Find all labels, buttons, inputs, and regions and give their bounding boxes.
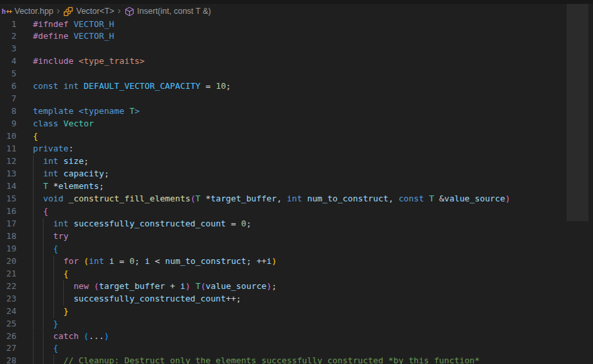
code-line: 22 new (target_buffer + i) T(value_sourc…	[0, 280, 593, 293]
line-number: 27	[0, 342, 16, 355]
code-text: #ifndef VECTOR_H	[33, 18, 114, 31]
code-line: 17 int successfully_constructed_count = …	[0, 218, 593, 230]
code-line: 1#ifndef VECTOR_H	[0, 18, 593, 31]
code-line: 10{	[0, 130, 593, 143]
line-number: 18	[0, 230, 16, 243]
vertical-scrollbar-thumb[interactable]	[567, 4, 588, 221]
code-line: 3	[0, 43, 593, 55]
code-line: 12 int size;	[0, 155, 593, 168]
line-number: 6	[0, 80, 16, 93]
line-number: 21	[0, 268, 16, 280]
code-text: {	[33, 205, 48, 218]
breadcrumb: h++ Vector.hpp › Vector<T> › Insert	[0, 4, 593, 18]
editor-content[interactable]: 1#ifndef VECTOR_H2#define VECTOR_H34#inc…	[0, 18, 593, 364]
symbol-class-icon	[63, 6, 74, 16]
breadcrumb-file-label: Vector.hpp	[14, 7, 53, 16]
code-text: class Vector	[33, 118, 94, 130]
code-line: 2#define VECTOR_H	[0, 30, 593, 43]
line-number: 4	[0, 55, 16, 68]
code-line: 27 {	[0, 342, 593, 355]
code-line: 11private:	[0, 143, 593, 155]
code-text: try	[33, 230, 69, 243]
code-line: 21 {	[0, 268, 593, 280]
code-line: 24 }	[0, 305, 593, 318]
code-line: 6const int DEFAULT_VECTOR_CAPACITY = 10;	[0, 80, 593, 93]
code-line: 19 {	[0, 243, 593, 255]
line-number: 28	[0, 355, 16, 364]
line-number: 26	[0, 330, 16, 343]
code-line: 4#include <type_traits>	[0, 55, 593, 68]
line-number: 11	[0, 143, 16, 155]
hpp-file-icon: h++	[1, 6, 12, 16]
code-line: 5	[0, 68, 593, 80]
breadcrumb-separator: ›	[57, 6, 60, 16]
line-number: 16	[0, 205, 16, 218]
line-number: 19	[0, 243, 16, 255]
code-text: {	[33, 342, 59, 355]
code-line: 13 int capacity;	[0, 168, 593, 180]
code-text: const int DEFAULT_VECTOR_CAPACITY = 10;	[33, 80, 231, 93]
line-number: 12	[0, 155, 16, 168]
breadcrumb-separator: ›	[117, 6, 121, 16]
code-text: {	[33, 130, 38, 143]
code-text: template <typename T>	[33, 105, 140, 118]
code-text: for (int i = 0; i < num_to_construct; ++…	[33, 255, 277, 268]
code-line: 8template <typename T>	[0, 105, 593, 118]
breadcrumb-item-method[interactable]: Insert(int, const T &)	[124, 6, 211, 16]
line-number: 15	[0, 193, 16, 205]
line-number: 22	[0, 280, 16, 293]
code-text: catch (...)	[33, 330, 109, 343]
line-number: 10	[0, 130, 16, 143]
vscode-editor-window: h++ Vector.hpp › Vector<T> › Insert	[0, 0, 593, 364]
line-number: 5	[0, 68, 16, 80]
line-number: 25	[0, 318, 16, 330]
code-line: 7	[0, 93, 593, 105]
code-text: private:	[33, 143, 74, 155]
line-number: 14	[0, 180, 16, 193]
code-text: void _construct_fill_elements(T *target_…	[33, 193, 510, 205]
code-text: }	[33, 305, 69, 318]
code-text: // Cleanup: Destruct only the elements s…	[33, 355, 480, 364]
code-text: T *elements;	[33, 180, 104, 193]
code-line: 20 for (int i = 0; i < num_to_construct;…	[0, 255, 593, 268]
code-text: int size;	[33, 155, 89, 168]
code-line: 9class Vector	[0, 118, 593, 130]
breadcrumb-item-file[interactable]: h++ Vector.hpp	[1, 6, 53, 16]
code-line: 25 }	[0, 318, 593, 330]
line-number: 8	[0, 105, 16, 118]
code-line: 18 try	[0, 230, 593, 243]
line-number: 3	[0, 43, 16, 55]
symbol-method-icon	[124, 6, 134, 16]
line-number: 23	[0, 293, 16, 305]
line-number: 20	[0, 255, 16, 268]
code-text: {	[33, 268, 69, 280]
code-line: 23 successfully_constructed_count++;	[0, 293, 593, 305]
line-number: 13	[0, 168, 16, 180]
code-text: new (target_buffer + i) T(value_source);	[33, 280, 277, 293]
code-line: 15 void _construct_fill_elements(T *targ…	[0, 193, 593, 205]
code-line: 26 catch (...)	[0, 330, 593, 343]
code-line: 28 // Cleanup: Destruct only the element…	[0, 355, 593, 364]
breadcrumb-method-label: Insert(int, const T &)	[137, 7, 211, 16]
code-line: 14 T *elements;	[0, 180, 593, 193]
code-text: #include <type_traits>	[33, 55, 145, 68]
line-number: 1	[0, 18, 16, 31]
line-number: 7	[0, 93, 16, 105]
line-number: 17	[0, 218, 16, 230]
breadcrumb-class-label: Vector<T>	[76, 7, 115, 16]
code-text: }	[33, 318, 59, 330]
code-line: 16 {	[0, 205, 593, 218]
line-number: 2	[0, 30, 16, 43]
code-text: int capacity;	[33, 168, 109, 180]
line-number: 9	[0, 118, 16, 130]
breadcrumb-item-class[interactable]: Vector<T>	[63, 6, 115, 16]
code-text: #define VECTOR_H	[33, 30, 114, 43]
code-text: successfully_constructed_count++;	[33, 293, 241, 305]
code-text: int successfully_constructed_count = 0;	[33, 218, 251, 230]
code-text: {	[33, 243, 59, 255]
line-number: 24	[0, 305, 16, 318]
